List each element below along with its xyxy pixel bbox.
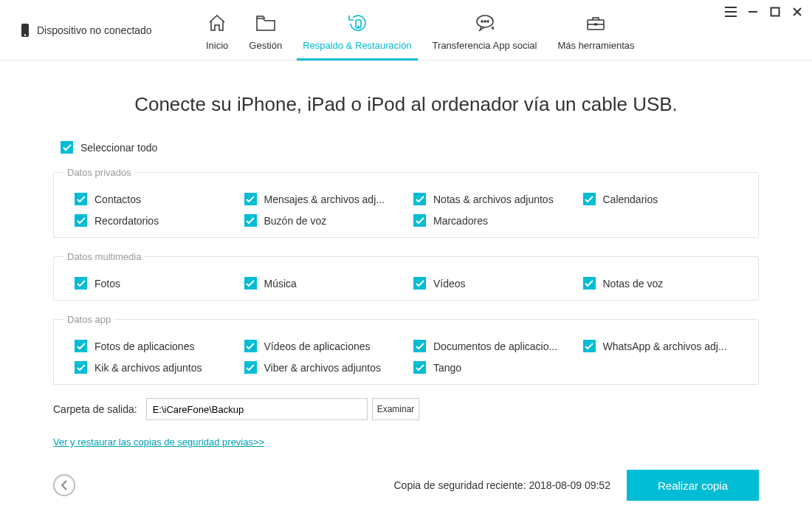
item-messages[interactable]: Mensajes & archivos adj... [237,188,407,210]
checkbox[interactable] [413,340,426,352]
svg-rect-0 [771,8,780,16]
checkbox[interactable] [244,193,257,205]
backup-button[interactable]: Realizar copia [627,470,759,501]
last-backup-time: 2018-08-09 09:52 [529,479,610,491]
tab-more-label: Más herramientas [557,40,634,51]
item-label: Vídeos [433,278,466,290]
checkbox[interactable] [75,193,87,205]
checkbox[interactable] [75,361,87,374]
last-backup-text: Copia de seguridad reciente: 2018-08-09 … [394,479,610,491]
checkbox[interactable] [75,340,87,352]
item-viber[interactable]: Viber & archivos adjuntos [237,357,407,378]
svg-point-8 [487,21,489,22]
item-label: Fotos [94,278,120,290]
checkbox[interactable] [583,277,596,290]
item-kik[interactable]: Kik & archivos adjuntos [67,357,237,378]
item-photos[interactable]: Fotos [67,273,237,294]
checkbox[interactable] [244,340,257,352]
device-status: Dispositivo no conectado [0,0,196,60]
item-voicemail[interactable]: Buzón de voz [237,210,407,231]
svg-point-6 [481,21,483,22]
tab-more[interactable]: Más herramientas [547,10,652,60]
svg-point-7 [484,21,486,22]
select-all-label: Seleccionar todo [80,142,157,154]
chat-transfer-icon [474,10,496,35]
item-label: Notas de voz [603,278,664,290]
item-label: Notas & archivos adjuntos [433,194,554,205]
checkbox[interactable] [583,193,596,205]
checkbox[interactable] [583,340,596,352]
checkbox[interactable] [75,277,87,290]
minimize-icon[interactable] [746,4,760,19]
back-button[interactable] [53,474,75,496]
phone-icon [21,23,30,38]
checkbox[interactable] [413,277,426,290]
topbar: Dispositivo no conectado Inicio Gestión … [0,0,812,61]
group-private-legend: Datos privados [64,167,134,178]
item-whatsapp[interactable]: WhatsApp & archivos adj... [576,335,746,357]
select-all-checkbox[interactable] [61,141,73,154]
item-label: Kik & archivos adjuntos [94,362,202,374]
chevron-left-icon [61,480,68,490]
item-tango[interactable]: Tango [406,357,576,378]
tab-home-label: Inicio [206,40,228,51]
item-app-photos[interactable]: Fotos de aplicaciones [67,335,237,357]
item-calendars[interactable]: Calendarios [576,188,746,210]
select-all-row[interactable]: Seleccionar todo [53,141,759,154]
last-backup-prefix: Copia de seguridad reciente: [394,479,529,491]
checkbox[interactable] [413,214,426,227]
item-label: WhatsApp & archivos adj... [603,340,727,352]
item-label: Tango [433,362,461,374]
item-bookmarks[interactable]: Marcadores [406,210,576,231]
folder-icon [255,10,277,35]
group-media-legend: Datos multimedia [64,251,144,262]
restore-icon [346,10,368,35]
item-notes[interactable]: Notas & archivos adjuntos [406,188,576,210]
tab-social[interactable]: Transferencia App social [422,10,548,60]
home-icon [207,10,227,35]
item-music[interactable]: Música [237,273,407,294]
checkbox[interactable] [413,193,426,205]
checkbox[interactable] [244,361,257,374]
tab-home[interactable]: Inicio [196,10,238,60]
item-contacts[interactable]: Contactos [67,188,237,210]
tab-backup[interactable]: Respaldo & Restauración [292,10,422,60]
item-label: Contactos [94,194,141,205]
nav-tabs: Inicio Gestión Respaldo & Restauración T… [196,0,812,60]
checkbox[interactable] [244,277,257,290]
item-label: Documentos de aplicacio... [433,340,557,352]
output-label: Carpeta de salida: [53,403,137,415]
item-reminders[interactable]: Recordatorios [67,210,237,231]
close-icon[interactable] [790,4,805,19]
item-videos[interactable]: Vídeos [406,273,576,294]
checkbox[interactable] [75,214,87,227]
svg-point-2 [24,34,26,35]
item-label: Viber & archivos adjuntos [264,362,382,374]
item-label: Vídeos de aplicaciones [264,340,371,352]
output-row: Carpeta de salida: Examinar [53,398,759,420]
item-label: Música [264,278,297,290]
tab-backup-label: Respaldo & Restauración [303,40,411,51]
item-label: Buzón de voz [264,215,327,227]
browse-button[interactable]: Examinar [372,398,420,420]
item-label: Marcadores [433,215,488,227]
checkbox[interactable] [244,214,257,227]
checkbox[interactable] [413,361,426,374]
item-voice-memos[interactable]: Notas de voz [576,273,746,294]
footer: Copia de seguridad reciente: 2018-08-09 … [53,470,759,501]
toolbox-icon [585,10,606,35]
restore-previous-link[interactable]: Ver y restaurar las copias de seguridad … [53,436,264,448]
tab-manage[interactable]: Gestión [238,10,292,60]
item-label: Fotos de aplicaciones [94,340,194,352]
maximize-icon[interactable] [768,4,782,19]
item-app-docs[interactable]: Documentos de aplicacio... [406,335,576,357]
svg-point-4 [358,26,359,27]
page-title: Conecte su iPhone, iPad o iPod al ordena… [53,93,759,116]
group-media: Datos multimedia Fotos Música Vídeos Not… [53,251,759,301]
svg-rect-10 [594,24,597,26]
output-path-input[interactable] [146,398,368,420]
device-status-text: Dispositivo no conectado [37,24,152,36]
item-app-videos[interactable]: Vídeos de aplicaciones [237,335,407,357]
item-label: Recordatorios [94,215,159,227]
menu-icon[interactable] [723,4,738,19]
